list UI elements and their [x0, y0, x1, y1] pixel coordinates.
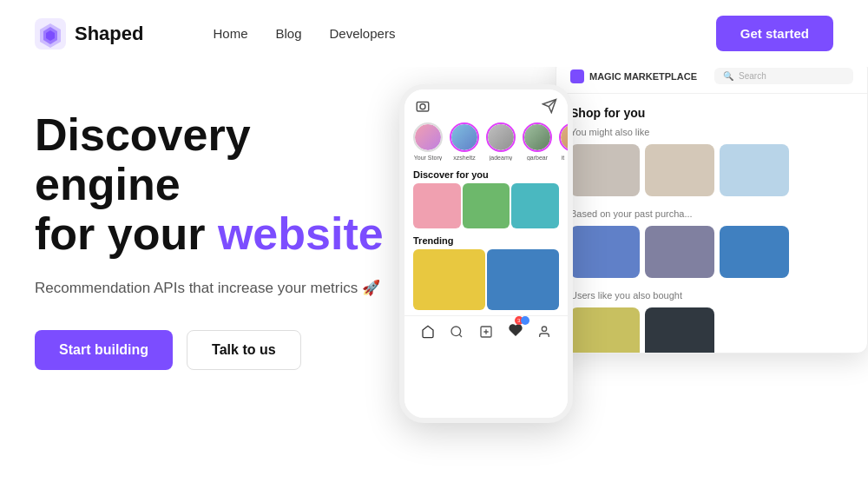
phone-bottom-nav: 3	[404, 315, 568, 347]
shop-for-you-title: Shop for you	[570, 106, 853, 120]
phone-header	[404, 89, 568, 119]
story-label-4: it_and_bt	[562, 155, 568, 161]
product-image-blue	[720, 226, 789, 278]
hero-subtitle: Recommendation APIs that increase your m…	[35, 277, 399, 300]
you-might-like-subtitle: You might also like	[570, 127, 853, 137]
svg-line-9	[459, 334, 462, 337]
story-4: it_and_bt	[559, 122, 568, 161]
home-nav-icon[interactable]	[421, 325, 435, 339]
story-2: jadeamy	[486, 122, 516, 161]
story-avatar-3	[523, 122, 552, 152]
product-image-sandals	[570, 307, 640, 354]
nav-link-home[interactable]: Home	[213, 26, 247, 41]
send-icon	[542, 98, 557, 114]
get-started-button[interactable]: Get started	[716, 16, 833, 51]
phone-inner: Your Story xzsheltz jadeamy	[404, 89, 568, 418]
story-avatar-img-2	[488, 124, 514, 150]
desktop-search-bar[interactable]: 🔍 Search	[714, 68, 853, 84]
users-like-you-subtitle: Users like you also bought	[570, 290, 853, 301]
svg-point-5	[420, 104, 425, 109]
desktop-body: Shop for you You might also like Based o…	[556, 94, 867, 354]
product-image-room	[645, 144, 714, 196]
story-3: garbear	[523, 122, 552, 161]
story-1: xzsheltz	[450, 122, 479, 161]
add-nav-icon[interactable]	[479, 325, 493, 339]
hero-title: Discovery engine for your website	[35, 110, 399, 260]
story-avatar-2	[486, 122, 516, 152]
you-might-like-row	[570, 144, 853, 196]
camera-icon	[415, 98, 431, 114]
nav-link-developers[interactable]: Developers	[330, 26, 396, 41]
nav-links: Home Blog Developers	[213, 26, 715, 41]
navbar: Shaped Home Blog Developers Get started	[0, 0, 868, 67]
story-avatar-img-3	[524, 124, 550, 150]
heart-nav-icon[interactable]	[509, 323, 523, 337]
hero-title-line2-plain: for your	[35, 208, 218, 259]
story-avatar-img-1	[451, 124, 477, 150]
story-label-1: xzsheltz	[453, 155, 475, 161]
hero-right: MAGIC MARKETPLACE 🔍 Search Shop for you …	[382, 58, 868, 489]
logo-text: Shaped	[75, 23, 143, 45]
product-image-chair	[570, 144, 640, 196]
hero-left: Discovery engine for your website Recomm…	[35, 93, 399, 370]
trending-img-2	[487, 249, 559, 310]
logo-icon	[35, 18, 66, 50]
search-nav-icon[interactable]	[450, 325, 464, 339]
story-avatar-own	[413, 122, 443, 152]
past-purchase-row	[570, 226, 853, 278]
desktop-brand: MAGIC MARKETPLACE	[570, 69, 697, 83]
story-avatar-1	[450, 122, 479, 152]
heart-nav-container: 3	[509, 323, 523, 340]
nav-link-blog[interactable]: Blog	[275, 26, 301, 41]
svg-point-8	[451, 327, 461, 336]
discover-grid	[404, 183, 568, 228]
story-own: Your Story	[413, 122, 443, 161]
logo[interactable]: Shaped	[35, 18, 143, 50]
discover-section-title: Discover for you	[404, 168, 568, 183]
story-avatar-img-4	[561, 124, 568, 150]
story-label-own: Your Story	[414, 155, 442, 161]
product-image-pool	[720, 144, 789, 196]
profile-nav-icon[interactable]	[537, 325, 551, 339]
brand-dot-icon	[570, 69, 584, 83]
trending-section-title: Trending	[404, 234, 568, 249]
hero-buttons: Start building Talk to us	[35, 330, 399, 370]
hero-section: Discovery engine for your website Recomm…	[0, 67, 868, 489]
product-image-person	[645, 226, 714, 278]
story-avatar-img-own	[415, 124, 441, 150]
discover-img-2	[463, 183, 510, 228]
users-like-you-row	[570, 307, 853, 354]
talk-to-us-button[interactable]: Talk to us	[187, 330, 301, 370]
story-avatar-4	[559, 122, 568, 152]
desktop-brand-text: MAGIC MARKETPLACE	[589, 71, 697, 82]
discover-img-3	[511, 183, 559, 228]
product-image-dark	[645, 307, 714, 354]
phone-mockup: Your Story xzsheltz jadeamy	[399, 84, 573, 423]
notification-badges: 3	[515, 316, 529, 325]
search-placeholder: Search	[739, 71, 766, 81]
search-icon: 🔍	[723, 71, 733, 81]
svg-point-13	[542, 327, 547, 331]
start-building-button[interactable]: Start building	[35, 330, 173, 370]
hero-title-line1: Discovery engine	[35, 109, 251, 209]
comment-badge	[521, 316, 529, 325]
trending-img-1	[413, 249, 485, 310]
trending-grid	[404, 249, 568, 310]
past-purchase-subtitle: Based on your past purcha...	[570, 208, 853, 219]
stories-row: Your Story xzsheltz jadeamy	[404, 119, 568, 168]
desktop-mockup: MAGIC MARKETPLACE 🔍 Search Shop for you …	[556, 58, 868, 354]
story-label-3: garbear	[527, 155, 548, 161]
product-image-jeans	[570, 226, 640, 278]
discover-img-1	[413, 183, 461, 228]
hero-title-accent: website	[218, 208, 384, 259]
story-label-2: jadeamy	[490, 155, 512, 161]
